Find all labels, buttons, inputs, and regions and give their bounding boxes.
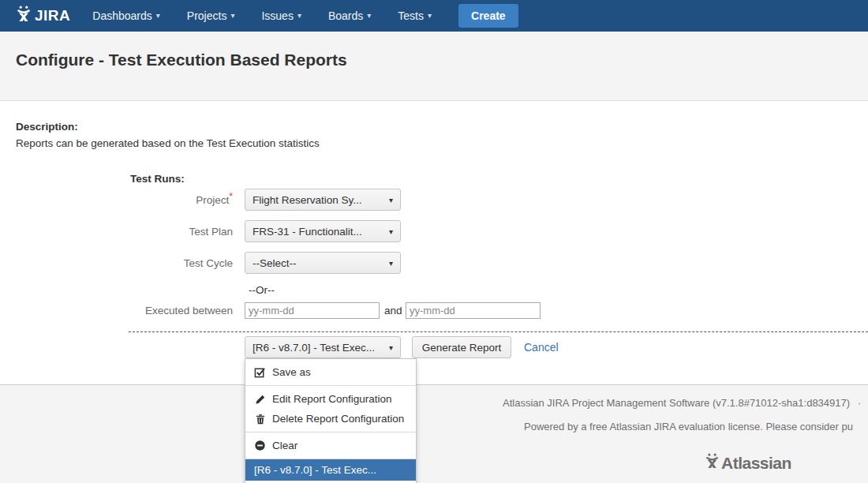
menu-item-selected-report-config-label: [R6 - v8.7.0] - Test Exec...	[254, 464, 376, 476]
menu-item-clear[interactable]: Clear	[245, 436, 416, 455]
menu-item-edit-label: Edit Report Configuration	[272, 393, 392, 405]
menu-group-save: Save as	[245, 359, 416, 386]
pencil-icon	[254, 393, 266, 405]
minus-circle-icon	[254, 440, 266, 451]
test-cycle-select-value: --Select--	[253, 257, 297, 269]
nav-item-boards[interactable]: Boards ▾	[328, 9, 371, 22]
cancel-link[interactable]: Cancel	[524, 341, 559, 354]
menu-item-selected-report-config[interactable]: [R6 - v8.7.0] - Test Exec...	[245, 459, 416, 481]
executed-from-input[interactable]	[245, 302, 380, 319]
checkbox-checked-icon	[254, 366, 266, 378]
nav-item-tests-label: Tests	[398, 9, 424, 22]
executed-between-label: Executed between	[118, 305, 233, 316]
test-plan-label: Test Plan	[118, 226, 233, 238]
test-runs-section-label: Test Runs:	[130, 173, 185, 185]
chevron-down-icon: ▾	[428, 12, 432, 20]
trash-icon	[254, 413, 266, 425]
chevron-down-icon: ▾	[156, 12, 160, 20]
menu-group-edit-delete: Edit Report Configuration Delete Report …	[245, 386, 416, 432]
page-title: Configure - Test Execution Based Reports	[16, 51, 347, 69]
test-cycle-label: Test Cycle	[118, 257, 233, 269]
nav-item-projects[interactable]: Projects ▾	[187, 9, 235, 22]
chevron-down-icon: ▾	[389, 343, 393, 352]
menu-item-save-as-label: Save as	[272, 366, 311, 378]
footer-version-text: Atlassian JIRA Project Management Softwa…	[503, 397, 850, 409]
chevron-down-icon: ▾	[389, 196, 393, 204]
menu-group-clear: Clear	[245, 432, 416, 459]
menu-item-edit-report-configuration[interactable]: Edit Report Configuration	[245, 389, 416, 409]
chevron-down-icon: ▾	[389, 259, 393, 268]
footer-license-line: Powered by a free Atlassian JIRA evaluat…	[524, 421, 853, 432]
jira-charlie-icon	[16, 6, 32, 26]
nav-item-issues-label: Issues	[261, 9, 293, 22]
atlassian-logo-text: Atlassian	[721, 454, 791, 473]
report-config-dropdown-trigger[interactable]: [R6 - v8.7.0] - Test Exec... ▾	[245, 336, 401, 358]
page-header: Configure - Test Execution Based Reports	[0, 32, 868, 101]
project-label: Project*	[118, 194, 233, 206]
executed-to-input[interactable]	[406, 302, 541, 319]
or-separator-text: --Or--	[249, 284, 275, 296]
create-button[interactable]: Create	[458, 4, 518, 28]
required-asterisk: *	[229, 191, 233, 202]
menu-item-save-as[interactable]: Save as	[245, 362, 416, 382]
chevron-down-icon: ▾	[230, 12, 234, 20]
description-label: Description:	[16, 121, 78, 133]
nav-item-issues[interactable]: Issues ▾	[261, 9, 301, 22]
chevron-down-icon: ▾	[389, 227, 393, 236]
test-cycle-select[interactable]: --Select-- ▾	[245, 252, 401, 274]
atlassian-charlie-icon	[705, 453, 720, 473]
and-text: and	[384, 305, 402, 316]
nav-item-dashboards-label: Dashboards	[92, 9, 152, 22]
project-select[interactable]: Flight Reservation Sy... ▾	[245, 189, 401, 211]
footer-version-line: Atlassian JIRA Project Management Softwa…	[503, 397, 868, 409]
jira-logo[interactable]: JIRA	[16, 6, 70, 26]
description-text: Reports can be generated based on the Te…	[16, 137, 320, 149]
generate-report-button[interactable]: Generate Report	[412, 336, 511, 358]
test-plan-select[interactable]: FRS-31 - Functionalit... ▾	[245, 220, 401, 242]
jira-logo-text: JIRA	[35, 7, 70, 24]
chevron-down-icon: ▾	[367, 12, 371, 20]
report-config-dropdown-value: [R6 - v8.7.0] - Test Exec...	[253, 342, 375, 354]
menu-item-delete-report-configuration[interactable]: Delete Report Configuration	[245, 409, 416, 429]
project-select-value: Flight Reservation Sy...	[253, 194, 362, 206]
top-navbar: JIRA Dashboards ▾ Projects ▾ Issues ▾ Bo…	[0, 0, 868, 32]
nav-item-boards-label: Boards	[328, 9, 363, 22]
nav-item-tests[interactable]: Tests ▾	[398, 9, 432, 22]
footer-separator: ·	[858, 397, 861, 409]
report-config-dropdown-menu: Save as Edit Report Configuration	[245, 358, 417, 483]
chevron-down-icon: ▾	[297, 12, 301, 20]
nav-item-projects-label: Projects	[187, 9, 227, 22]
nav-item-dashboards[interactable]: Dashboards ▾	[92, 9, 160, 22]
dashed-divider	[129, 331, 868, 332]
menu-item-clear-label: Clear	[272, 440, 297, 451]
menu-item-delete-label: Delete Report Configuration	[272, 413, 404, 425]
atlassian-logo: Atlassian	[705, 453, 791, 473]
test-plan-select-value: FRS-31 - Functionalit...	[253, 226, 362, 238]
